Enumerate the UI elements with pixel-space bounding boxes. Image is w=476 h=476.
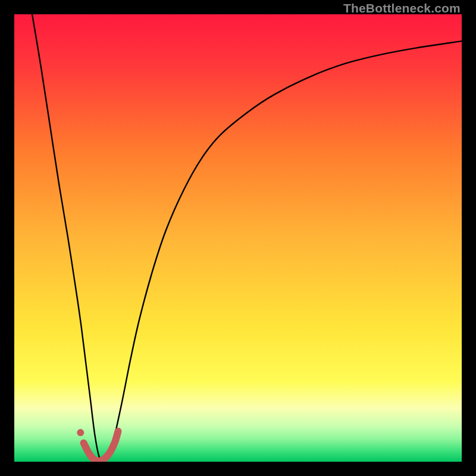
highlight-segment [84, 431, 118, 461]
chart-svg [14, 14, 462, 462]
watermark-text: TheBottleneck.com [343, 1, 461, 15]
outer-frame: TheBottleneck.com [0, 0, 476, 476]
main-curve [32, 14, 462, 462]
plot-area [14, 14, 462, 462]
highlight-dot [77, 429, 84, 436]
